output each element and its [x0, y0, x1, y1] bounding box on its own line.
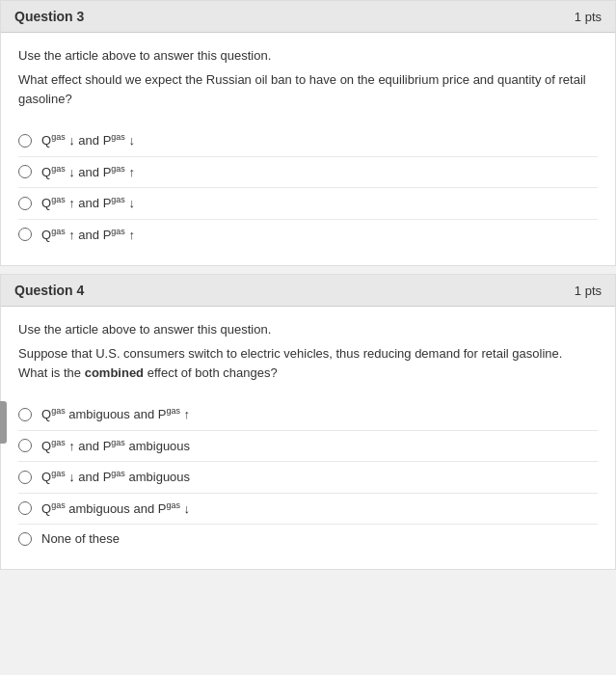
radio-q3-opt2[interactable]	[18, 165, 32, 178]
question-4-text-bold: combined	[85, 365, 144, 380]
option-label: Qgas ↑ and Pgas ↑	[41, 226, 135, 245]
list-item[interactable]: Qgas ↓ and Pgas ambiguous	[18, 461, 598, 493]
radio-q3-opt3[interactable]	[18, 197, 32, 210]
question-4-text-part2: What is the	[18, 365, 81, 380]
question-4-text-part3: effect of both changes?	[147, 365, 278, 380]
radio-q4-opt4[interactable]	[18, 501, 32, 515]
question-4-instruction: Use the article above to answer this que…	[18, 322, 598, 337]
option-label: None of these	[41, 530, 120, 548]
radio-q4-opt2[interactable]	[18, 439, 32, 452]
question-4-pts: 1 pts	[575, 284, 602, 298]
radio-q3-opt1[interactable]	[18, 134, 32, 148]
option-label: Qgas ambiguous and Pgas ↓	[41, 500, 190, 519]
question-3-text: What effect should we expect the Russian…	[18, 70, 598, 108]
list-item[interactable]: None of these	[18, 524, 598, 554]
question-4-text-part1: Suppose that U.S. consumers switch to el…	[18, 346, 562, 361]
list-item[interactable]: Qgas ambiguous and Pgas ↑	[18, 399, 598, 430]
option-label: Qgas ↑ and Pgas ↓	[41, 194, 135, 213]
option-label: Qgas ↑ and Pgas ambiguous	[41, 437, 190, 456]
question-4-body: Use the article above to answer this que…	[1, 307, 615, 569]
question-4-block: Question 4 1 pts Use the article above t…	[0, 274, 616, 570]
question-3-body: Use the article above to answer this que…	[1, 33, 615, 265]
option-label: Qgas ↓ and Pgas ambiguous	[41, 468, 190, 487]
radio-q4-opt3[interactable]	[18, 471, 32, 484]
list-item[interactable]: Qgas ↑ and Pgas ↑	[18, 219, 598, 251]
question-4-options: Qgas ambiguous and Pgas ↑ Qgas ↑ and Pga…	[18, 399, 598, 554]
list-item[interactable]: Qgas ↑ and Pgas ↓	[18, 187, 598, 219]
question-4-title: Question 4	[14, 283, 84, 298]
radio-q3-opt4[interactable]	[18, 228, 32, 241]
option-label: Qgas ambiguous and Pgas ↑	[41, 405, 190, 424]
question-3-title: Question 3	[14, 9, 84, 24]
question-4-text: Suppose that U.S. consumers switch to el…	[18, 344, 598, 382]
radio-q4-opt1[interactable]	[18, 408, 32, 421]
option-label: Qgas ↓ and Pgas ↓	[41, 131, 135, 150]
question-3-header: Question 3 1 pts	[1, 1, 615, 33]
list-item[interactable]: Qgas ↑ and Pgas ambiguous	[18, 430, 598, 462]
tab-marker	[0, 401, 7, 444]
list-item[interactable]: Qgas ambiguous and Pgas ↓	[18, 493, 598, 525]
question-3-instruction: Use the article above to answer this que…	[18, 48, 598, 63]
question-3-block: Question 3 1 pts Use the article above t…	[0, 0, 616, 266]
option-label: Qgas ↓ and Pgas ↑	[41, 163, 135, 182]
question-3-pts: 1 pts	[575, 10, 602, 24]
list-item[interactable]: Qgas ↓ and Pgas ↑	[18, 156, 598, 188]
list-item[interactable]: Qgas ↓ and Pgas ↓	[18, 125, 598, 156]
question-4-header: Question 4 1 pts	[1, 275, 615, 307]
radio-q4-opt5[interactable]	[18, 532, 32, 546]
question-3-options: Qgas ↓ and Pgas ↓ Qgas ↓ and Pgas ↑ Qgas…	[18, 125, 598, 250]
